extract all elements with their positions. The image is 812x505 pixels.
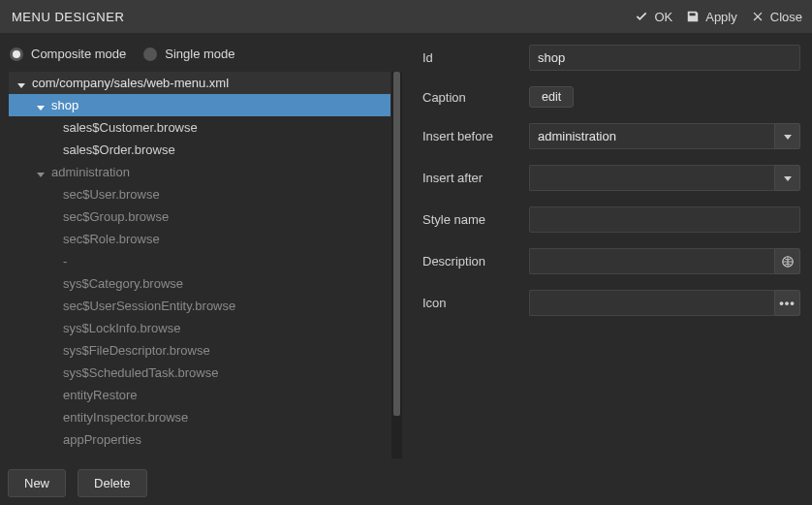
chevron-down-icon	[783, 132, 793, 142]
delete-button[interactable]: Delete	[78, 469, 147, 497]
tree-root-label: com/company/sales/web-menu.xml	[32, 76, 229, 90]
new-button[interactable]: New	[8, 469, 66, 497]
id-input[interactable]	[529, 45, 800, 71]
field-icon: •••	[529, 290, 800, 316]
radio-dot-icon	[143, 47, 157, 61]
close-icon	[751, 10, 765, 23]
tree-item-label: sec$UserSessionEntity.browse	[63, 299, 235, 313]
menu-tree[interactable]: com/company/sales/web-menu.xmlshopsales$…	[9, 72, 402, 458]
icon-input[interactable]	[529, 290, 774, 316]
tree-item[interactable]: sec$User.browse	[9, 183, 390, 205]
tree-item[interactable]: sys$LockInfo.browse	[9, 317, 390, 339]
tree-item[interactable]: -	[9, 250, 390, 272]
window-title: MENU DESIGNER	[12, 10, 635, 24]
tree-item-label: appProperties	[63, 432, 141, 447]
tree-item[interactable]: entityRestore	[9, 384, 390, 406]
field-style-name	[529, 206, 800, 233]
tree-root[interactable]: com/company/sales/web-menu.xml	[9, 72, 390, 94]
label-description: Description	[422, 254, 519, 268]
icon-field: •••	[529, 290, 800, 316]
radio-composite-label: Composite mode	[31, 47, 126, 61]
tree-item[interactable]: administration	[9, 161, 390, 183]
tree-item[interactable]: sys$ScheduledTask.browse	[9, 362, 390, 384]
tree-item-label: sys$Category.browse	[63, 276, 183, 291]
insert-before-combo[interactable]	[529, 123, 800, 149]
field-insert-before	[529, 123, 800, 149]
radio-composite-mode[interactable]: Composite mode	[10, 47, 126, 61]
titlebar: MENU DESIGNER OK Apply Close	[0, 0, 812, 33]
radio-dot-icon	[10, 47, 23, 61]
caret-down-icon	[36, 101, 46, 110]
tree-item[interactable]: sys$Category.browse	[9, 272, 390, 295]
label-insert-after: Insert after	[422, 171, 519, 185]
label-id: Id	[422, 50, 519, 65]
ok-button[interactable]: OK	[635, 10, 672, 24]
insert-before-dropdown[interactable]	[774, 123, 800, 149]
tree-item[interactable]: sales$Order.browse	[9, 139, 390, 161]
caret-down-icon	[16, 79, 26, 88]
tree-item-label: sec$User.browse	[63, 187, 160, 202]
description-globe-button[interactable]	[774, 248, 800, 274]
left-panel: Composite mode Single mode com/company/s…	[0, 37, 409, 505]
check-icon	[635, 10, 648, 23]
field-caption: edit	[529, 86, 800, 108]
content: Composite mode Single mode com/company/s…	[0, 33, 812, 505]
insert-before-input[interactable]	[529, 123, 774, 149]
tree-item-label: sales$Order.browse	[63, 142, 175, 157]
field-insert-after	[529, 165, 800, 191]
apply-label: Apply	[705, 10, 737, 24]
ok-label: OK	[654, 10, 672, 24]
mode-switch: Composite mode Single mode	[8, 41, 403, 71]
caret-down-icon	[36, 168, 46, 177]
description-field	[529, 248, 800, 274]
close-label: Close	[770, 10, 802, 24]
tree-item-label: sales$Customer.browse	[63, 120, 198, 135]
insert-after-input[interactable]	[529, 165, 774, 191]
icon-browse-button[interactable]: •••	[774, 290, 800, 316]
scrollbar-thumb[interactable]	[393, 72, 400, 416]
insert-after-combo[interactable]	[529, 165, 800, 191]
label-style-name: Style name	[422, 212, 519, 227]
tree-item[interactable]: sales$Customer.browse	[9, 116, 390, 139]
label-insert-before: Insert before	[422, 129, 519, 143]
tree-item-label: sec$Role.browse	[63, 232, 160, 246]
tree-buttons: New Delete	[8, 459, 403, 497]
tree-item-label: sys$LockInfo.browse	[63, 321, 180, 335]
tree-item-label: entityRestore	[63, 388, 138, 402]
tree-item[interactable]: sys$FileDescriptor.browse	[9, 339, 390, 362]
tree-item-label: sys$ScheduledTask.browse	[63, 365, 218, 380]
tree-item[interactable]: entityInspector.browse	[9, 406, 390, 428]
label-caption: Caption	[422, 90, 519, 105]
tree-item-label: shop	[51, 98, 78, 112]
properties-form: Id Caption edit Insert before Insert aft…	[422, 45, 800, 316]
tree-item-label: entityInspector.browse	[63, 410, 188, 425]
save-icon	[686, 10, 700, 23]
description-input[interactable]	[529, 248, 774, 274]
tree-item[interactable]: sec$Role.browse	[9, 228, 390, 250]
tree-item[interactable]: appProperties	[9, 428, 390, 451]
tree-item-label: sys$FileDescriptor.browse	[63, 343, 210, 358]
apply-button[interactable]: Apply	[686, 10, 737, 24]
radio-single-label: Single mode	[165, 47, 234, 61]
label-icon: Icon	[422, 296, 519, 310]
field-description	[529, 248, 800, 274]
tree-item[interactable]: sec$UserSessionEntity.browse	[9, 295, 390, 317]
radio-single-mode[interactable]: Single mode	[143, 47, 234, 61]
properties-panel: Id Caption edit Insert before Insert aft…	[409, 37, 812, 505]
tree-item-label: sec$Group.browse	[63, 209, 169, 224]
insert-after-dropdown[interactable]	[774, 165, 800, 191]
close-button[interactable]: Close	[751, 10, 802, 24]
caption-edit-button[interactable]: edit	[529, 86, 574, 108]
globe-icon	[781, 255, 795, 268]
scrollbar[interactable]	[391, 72, 402, 458]
tree-item[interactable]: sec$Group.browse	[9, 205, 390, 228]
tree-item-label: -	[63, 254, 67, 268]
chevron-down-icon	[783, 174, 793, 183]
tree-item-label: administration	[51, 165, 130, 179]
style-name-input[interactable]	[529, 206, 800, 233]
titlebar-actions: OK Apply Close	[635, 10, 802, 24]
tree-item[interactable]: shop	[9, 94, 390, 116]
field-id	[529, 45, 800, 71]
tree-container: com/company/sales/web-menu.xmlshopsales$…	[8, 71, 403, 459]
